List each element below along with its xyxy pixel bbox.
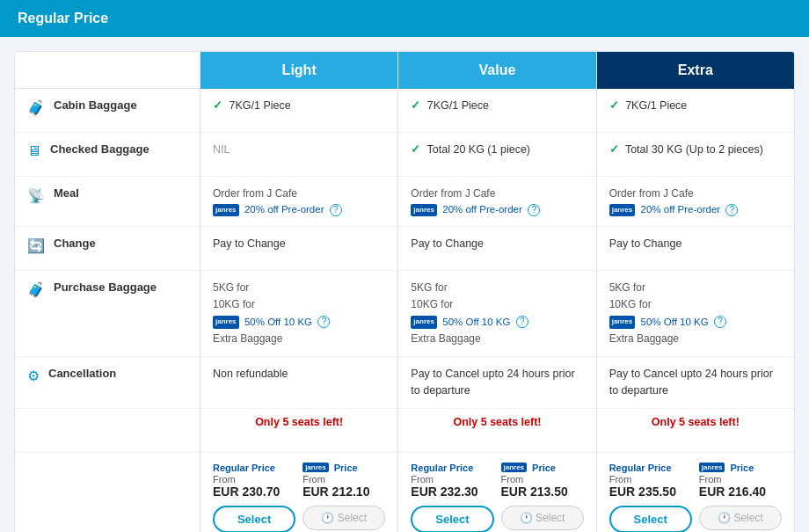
page-header: Regular Price xyxy=(0,0,809,37)
check-icon-checked-value: ✓ xyxy=(411,143,420,156)
help-icon-bag-value[interactable]: ? xyxy=(516,316,528,328)
checked-light-nil: NIL xyxy=(213,143,230,156)
janres-logo-bag-light: janres xyxy=(213,316,239,329)
baggage-value-5kg: 5KG for xyxy=(411,280,583,296)
purchase-extra-cell: 5KG for 10KG for janres 50% Off 10 KG ? … xyxy=(596,271,794,357)
baggage-light-extra: Extra Baggage xyxy=(213,331,385,347)
meal-extra-cell: Order from J Cafe janres 20% off Pre-ord… xyxy=(596,177,794,227)
select-button-value[interactable]: Select xyxy=(411,506,493,532)
cabin-extra-cell: ✓ 7KG/1 Piece xyxy=(596,89,794,133)
cabin-value-value: 7KG/1 Piece xyxy=(427,99,489,112)
price-extra-janres-from: From xyxy=(699,474,782,485)
check-icon-cabin-value: ✓ xyxy=(411,99,420,112)
help-icon-meal-light[interactable]: ? xyxy=(330,204,342,216)
select-disabled-extra-text: Select xyxy=(733,512,762,524)
clock-icon-value: 🕐 xyxy=(520,512,533,524)
select-button-extra[interactable]: Select xyxy=(609,506,692,532)
help-icon-bag-extra[interactable]: ? xyxy=(714,316,726,328)
col-header-value: Value xyxy=(397,52,595,89)
row-purchase-baggage-label: 🧳 Purchase Baggage xyxy=(15,271,200,357)
meal-light-line1: Order from J Cafe xyxy=(213,186,385,201)
select-button-extra-disabled: 🕐 Select xyxy=(699,506,782,530)
checked-baggage-text: Checked Baggage xyxy=(50,142,149,157)
purchase-light-cell: 5KG for 10KG for janres 50% Off 10 KG ? … xyxy=(200,271,397,357)
janres-logo-bag-value: janres xyxy=(411,316,437,329)
janres-logo-meal-value: janres xyxy=(411,204,437,216)
price-light-cell: Regular Price From EUR 230.70 Select jan… xyxy=(200,453,397,533)
checked-baggage-icon: 🖥 xyxy=(27,143,41,159)
price-value-janres-label: Price xyxy=(532,462,556,474)
col-label-extra: Extra xyxy=(678,62,713,77)
cancellation-value-value: Pay to Cancel upto 24 hours prior to dep… xyxy=(411,368,574,397)
price-extra-janres-label: Price xyxy=(730,462,754,474)
meal-text: Meal xyxy=(54,186,79,201)
cancellation-text: Cancellation xyxy=(48,366,116,382)
clock-icon-light: 🕐 xyxy=(321,512,334,524)
row-cancellation-label: ⚙ Cancellation xyxy=(15,357,200,409)
seats-empty-label xyxy=(15,409,200,453)
meal-extra-line1: Order from J Cafe xyxy=(609,186,782,201)
change-light-value: Pay to Change xyxy=(213,237,286,250)
janres-logo-price-value: janres xyxy=(501,463,528,472)
baggage-light-50text: 50% Off 10 KG xyxy=(244,317,312,327)
price-extra-regular-label: Regular Price xyxy=(609,462,692,474)
fare-table: Light Value Extra 🧳 Cabin Baggage ✓ 7KG/… xyxy=(14,51,795,532)
baggage-extra-50text: 50% Off 10 KG xyxy=(641,317,709,327)
price-light-regular-label: Regular Price xyxy=(213,462,295,474)
price-extra-regular-from: From xyxy=(609,474,692,485)
checked-value-value: Total 20 KG (1 piece) xyxy=(427,143,530,156)
select-disabled-light-text: Select xyxy=(338,512,367,524)
main-container: Light Value Extra 🧳 Cabin Baggage ✓ 7KG/… xyxy=(0,37,809,532)
purchase-baggage-text: Purchase Baggage xyxy=(54,280,157,295)
help-icon-bag-light[interactable]: ? xyxy=(317,316,330,328)
baggage-value-extra: Extra Baggage xyxy=(411,331,583,347)
baggage-value-50off: janres 50% Off 10 KG ? xyxy=(411,314,583,331)
meal-value-line2: janres 20% off Pre-order ? xyxy=(411,201,583,217)
cabin-baggage-text: Cabin Baggage xyxy=(54,98,137,113)
seats-light-cell: Only 5 seats left! xyxy=(200,409,397,453)
cancellation-light-cell: Non refundable xyxy=(200,357,397,409)
janres-logo-price-extra: janres xyxy=(699,463,725,472)
help-icon-meal-value[interactable]: ? xyxy=(528,204,540,216)
help-icon-meal-extra[interactable]: ? xyxy=(725,204,738,216)
checked-value-cell: ✓ Total 20 KG (1 piece) xyxy=(397,133,595,177)
price-light-janres-from: From xyxy=(302,474,385,485)
meal-value-preorder: 20% off Pre-order xyxy=(442,204,522,215)
select-button-light[interactable]: Select xyxy=(213,506,295,532)
price-light-janres-amount: EUR 212.10 xyxy=(302,485,385,499)
check-icon-cabin-light: ✓ xyxy=(213,99,222,112)
price-value-janres-from: From xyxy=(501,474,584,485)
price-value-regular-from: From xyxy=(411,474,493,485)
cancellation-value-cell: Pay to Cancel upto 24 hours prior to dep… xyxy=(397,357,595,409)
price-value-cell: Regular Price From EUR 232.30 Select jan… xyxy=(397,453,595,533)
row-checked-baggage-label: 🖥 Checked Baggage xyxy=(15,133,200,177)
baggage-light-10kg: 10KG for xyxy=(213,296,385,313)
price-extra-janres-amount: EUR 216.40 xyxy=(699,485,782,499)
purchase-value-cell: 5KG for 10KG for janres 50% Off 10 KG ? … xyxy=(397,271,595,357)
price-value-regular-amount: EUR 232.30 xyxy=(411,485,493,499)
check-icon-checked-extra: ✓ xyxy=(609,143,619,156)
header-empty-cell xyxy=(15,52,200,89)
cabin-light-cell: ✓ 7KG/1 Piece xyxy=(200,89,397,133)
price-value-janres-amount: EUR 213.50 xyxy=(501,485,584,499)
row-change-label: 🔄 Change xyxy=(15,227,200,271)
baggage-extra-5kg: 5KG for xyxy=(609,280,782,296)
baggage-light-50off: janres 50% Off 10 KG ? xyxy=(213,314,385,331)
price-extra-janres: janres Price From EUR 216.40 🕐 Select Be… xyxy=(699,462,782,533)
price-value-regular-label: Regular Price xyxy=(411,462,493,474)
change-light-cell: Pay to Change xyxy=(200,227,397,271)
meal-extra-line2: janres 20% off Pre-order ? xyxy=(609,201,782,217)
price-light-regular-amount: EUR 230.70 xyxy=(213,485,295,499)
cancellation-extra-cell: Pay to Cancel upto 24 hours prior to dep… xyxy=(596,357,794,409)
select-disabled-value-text: Select xyxy=(536,512,565,524)
cancellation-extra-value: Pay to Cancel upto 24 hours prior to dep… xyxy=(609,368,773,397)
price-light-janres-label: Price xyxy=(334,462,358,474)
meal-light-preorder: 20% off Pre-order xyxy=(244,204,324,215)
price-value-regular: Regular Price From EUR 232.30 Select xyxy=(411,462,493,533)
col-label-value: Value xyxy=(479,62,516,77)
meal-extra-preorder: 20% off Pre-order xyxy=(641,204,721,215)
seats-extra-cell: Only 5 seats left! xyxy=(596,409,794,453)
checked-light-cell: NIL xyxy=(200,133,397,177)
row-meal-label: 📡 Meal xyxy=(15,177,200,227)
seats-extra-text: Only 5 seats left! xyxy=(652,416,740,428)
